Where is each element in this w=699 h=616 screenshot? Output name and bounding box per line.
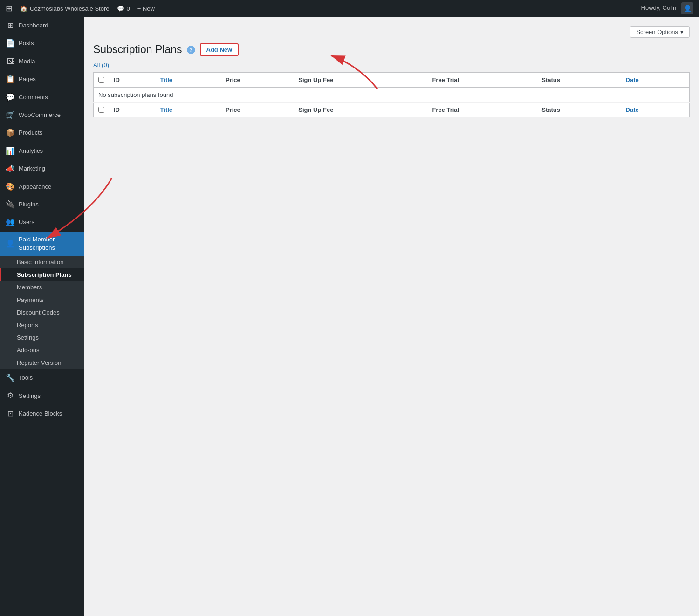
sidebar-item-label: Paid Member Subscriptions: [19, 235, 78, 252]
sidebar-item-plugins[interactable]: 🔌 Plugins: [0, 196, 84, 213]
sidebar-item-label: Plugins: [19, 200, 39, 209]
wp-layout: ⊞ Dashboard 📄 Posts 🖼 Media 📋 Pages 💬 Co…: [0, 17, 699, 616]
submenu-item-discount-codes[interactable]: Discount Codes: [0, 306, 84, 319]
main-content: Screen Options ▾ Subscription Plans ? Ad…: [84, 17, 699, 616]
sidebar-item-label: Pages: [19, 75, 36, 83]
tools-icon: 🔧: [6, 373, 15, 383]
media-icon: 🖼: [6, 56, 15, 67]
sidebar-item-pages[interactable]: 📋 Pages: [0, 70, 84, 88]
screen-options-button[interactable]: Screen Options ▾: [630, 26, 690, 38]
home-icon: 🏠: [20, 5, 27, 12]
paid-member-icon: 👤: [6, 239, 15, 249]
th-footer-price: Price: [221, 103, 294, 117]
sidebar-item-tools[interactable]: 🔧 Tools: [0, 369, 84, 387]
sidebar-item-label: Tools: [19, 374, 33, 382]
admin-bar: ⊞ 🏠 Cozmoslabs Wholesale Store 💬 0 + New…: [0, 0, 699, 17]
submenu-label: Add-ons: [17, 347, 39, 354]
th-footer-status: Status: [537, 103, 621, 117]
submenu-label: Subscription Plans: [17, 271, 72, 278]
submenu-label: Settings: [17, 334, 39, 341]
th-id: ID: [109, 73, 156, 88]
admin-bar-right: Howdy, Colin 👤: [641, 2, 693, 14]
sidebar-nav: ⊞ Dashboard 📄 Posts 🖼 Media 📋 Pages 💬 Co…: [0, 17, 84, 423]
sidebar-item-label: Posts: [19, 39, 34, 48]
howdy-text: Howdy, Colin: [641, 4, 677, 11]
help-icon[interactable]: ?: [187, 46, 195, 54]
sidebar-item-label: Products: [19, 129, 42, 137]
sidebar-item-label: Users: [19, 218, 34, 226]
comments-nav-icon: 💬: [6, 92, 15, 103]
sidebar-item-paid-member[interactable]: 👤 Paid Member Subscriptions: [0, 232, 84, 256]
empty-message: No subscription plans found: [94, 88, 690, 103]
avatar: 👤: [681, 2, 693, 14]
submenu-item-payments[interactable]: Payments: [0, 294, 84, 306]
sidebar-item-settings[interactable]: ⚙ Settings: [0, 387, 84, 404]
comments-count: 0: [127, 5, 130, 12]
submenu-item-subscription-plans[interactable]: Subscription Plans: [0, 268, 84, 281]
table-footer-row: ID Title Price Sign Up Fee Free Trial St…: [94, 103, 690, 117]
sidebar-item-posts[interactable]: 📄 Posts: [0, 34, 84, 52]
posts-icon: 📄: [6, 38, 15, 48]
th-footer-signup-fee: Sign Up Fee: [294, 103, 427, 117]
submenu-item-register-version[interactable]: Register Version: [0, 356, 84, 369]
sidebar-item-label: Analytics: [19, 147, 43, 155]
wp-logo-icon: ⊞: [6, 3, 13, 14]
add-new-button[interactable]: Add New: [200, 43, 239, 56]
sidebar-item-kadence[interactable]: ⊡ Kadence Blocks: [0, 405, 84, 423]
th-footer-date[interactable]: Date: [621, 103, 690, 117]
th-footer-free-trial: Free Trial: [427, 103, 537, 117]
sidebar-item-label: Dashboard: [19, 21, 48, 30]
marketing-icon: 📣: [6, 164, 15, 174]
sidebar-item-woocommerce[interactable]: 🛒 WooCommerce: [0, 106, 84, 124]
plugins-icon: 🔌: [6, 199, 15, 210]
submenu-label: Reports: [17, 322, 38, 329]
submenu-item-basic-info[interactable]: Basic Information: [0, 256, 84, 268]
submenu-label: Discount Codes: [17, 309, 60, 316]
th-footer-checkbox: [94, 103, 110, 117]
submenu-item-members[interactable]: Members: [0, 281, 84, 294]
appearance-icon: 🎨: [6, 182, 15, 192]
sidebar-item-marketing[interactable]: 📣 Marketing: [0, 160, 84, 178]
select-all-checkbox[interactable]: [98, 77, 104, 83]
submenu-item-add-ons[interactable]: Add-ons: [0, 344, 84, 356]
page-header: Subscription Plans ? Add New: [93, 43, 690, 56]
submenu-item-settings[interactable]: Settings: [0, 331, 84, 344]
th-title[interactable]: Title: [156, 73, 221, 88]
dashboard-icon: ⊞: [6, 21, 15, 31]
th-footer-title[interactable]: Title: [156, 103, 221, 117]
new-item-link[interactable]: + New: [137, 5, 155, 12]
new-item-label: + New: [137, 5, 155, 12]
pages-icon: 📋: [6, 74, 15, 84]
sidebar-item-users[interactable]: 👥 Users: [0, 213, 84, 231]
site-name-link[interactable]: 🏠 Cozmoslabs Wholesale Store: [20, 5, 110, 12]
select-all-footer-checkbox[interactable]: [98, 107, 104, 113]
filter-all-link[interactable]: All (0): [93, 62, 109, 68]
sidebar-item-appearance[interactable]: 🎨 Appearance: [0, 178, 84, 196]
comments-link[interactable]: 💬 0: [117, 5, 130, 12]
filter-all-label: All: [93, 62, 100, 68]
filter-count: (0): [102, 62, 109, 68]
sidebar-item-products[interactable]: 📦 Products: [0, 124, 84, 142]
page-title: Subscription Plans: [93, 43, 182, 56]
submenu-item-reports[interactable]: Reports: [0, 319, 84, 331]
woocommerce-icon: 🛒: [6, 110, 15, 120]
sidebar-item-comments[interactable]: 💬 Comments: [0, 89, 84, 106]
th-price: Price: [221, 73, 294, 88]
comments-icon: 💬: [117, 5, 124, 12]
table-filter-bar: All (0): [93, 62, 690, 68]
sidebar-item-analytics[interactable]: 📊 Analytics: [0, 142, 84, 160]
th-footer-id: ID: [109, 103, 156, 117]
subscription-plans-table: ID Title Price Sign Up Fee Free Trial St…: [93, 72, 690, 117]
wp-logo[interactable]: ⊞: [6, 3, 13, 14]
sidebar-item-label: WooCommerce: [19, 111, 61, 119]
users-icon: 👥: [6, 217, 15, 227]
sidebar-item-label: Settings: [19, 392, 41, 400]
sidebar-item-media[interactable]: 🖼 Media: [0, 53, 84, 70]
settings-icon: ⚙: [6, 390, 15, 401]
th-date[interactable]: Date: [621, 73, 690, 88]
sidebar-item-label: Comments: [19, 93, 48, 102]
sidebar-item-dashboard[interactable]: ⊞ Dashboard: [0, 17, 84, 34]
submenu-label: Members: [17, 284, 42, 291]
screen-options-bar: Screen Options ▾: [93, 26, 690, 38]
th-status: Status: [537, 73, 621, 88]
